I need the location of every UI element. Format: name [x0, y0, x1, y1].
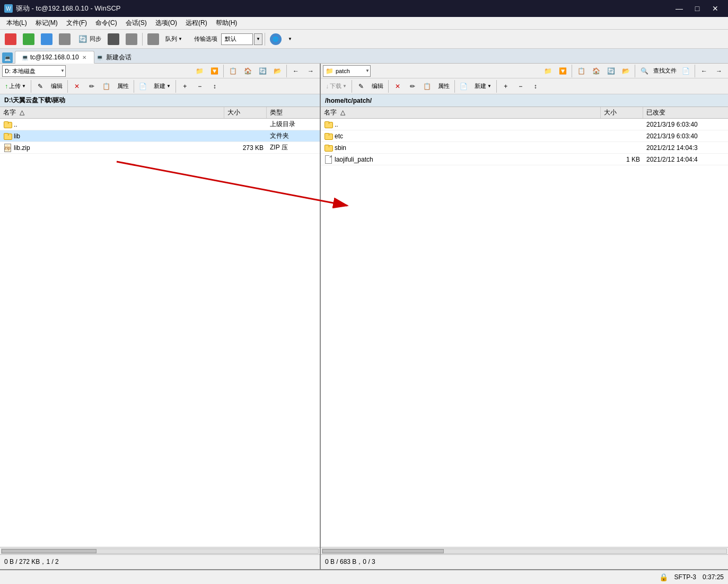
left-hscroll[interactable] — [0, 547, 320, 554]
tb-btn-7[interactable] — [145, 32, 162, 47]
left-new-button[interactable]: 新建 ▼ — [151, 79, 173, 94]
left-nav-refresh-icon[interactable]: 🔄 — [256, 65, 269, 77]
left-drive-select[interactable]: D: 本地磁盘 — [2, 65, 66, 77]
left-new-label: 新建 — [154, 82, 165, 90]
menu-help[interactable]: 帮助(H) — [212, 17, 242, 29]
menu-file[interactable]: 文件(F) — [62, 17, 91, 29]
left-edit-button[interactable]: 编辑 — [48, 79, 65, 94]
right-hscroll[interactable] — [321, 547, 728, 554]
default-value[interactable]: 默认 — [221, 33, 253, 45]
left-delete-icon[interactable]: ✕ — [70, 80, 84, 93]
right-nav-sep-2 — [635, 65, 635, 77]
right-download-button[interactable]: ↓ 下载 ▼ — [323, 79, 349, 94]
right-folder-combo[interactable]: 📁 patch — [323, 65, 371, 77]
left-file-list[interactable]: 名字 △ 大小 类型 .. 上级目录 — [0, 107, 320, 547]
right-nav-refresh-icon[interactable]: 🔄 — [604, 65, 618, 77]
menu-session[interactable]: 会话(S) — [121, 17, 151, 29]
right-nav-icon-btn[interactable]: 📄 — [679, 65, 692, 77]
menu-options[interactable]: 选项(O) — [151, 17, 181, 29]
right-nav-home-icon[interactable]: 🏠 — [589, 65, 603, 77]
sync-button[interactable]: 🔄 同步 — [74, 32, 104, 47]
queue-button[interactable]: 队列 ▼ — [163, 32, 185, 47]
tb-btn-6[interactable] — [123, 32, 140, 47]
right-props-button[interactable]: 属性 — [435, 79, 452, 94]
right-row-patch[interactable]: laojifuli_patch 1 KB 2021/2/12 14:04:4 — [321, 154, 728, 165]
tb-btn-4[interactable] — [56, 32, 73, 47]
tb-network-btn[interactable]: 🌐 — [267, 32, 284, 47]
transfer-default-combo[interactable]: 默认 ▼ — [221, 33, 262, 45]
menu-command[interactable]: 命令(C) — [91, 17, 121, 29]
right-edit-icon[interactable]: ✎ — [354, 80, 368, 93]
right-nav-back-icon[interactable]: ← — [697, 65, 711, 77]
right-col-name[interactable]: 名字 △ — [321, 107, 601, 118]
right-edit-button[interactable]: 编辑 — [369, 79, 386, 94]
tb-btn-1[interactable] — [2, 32, 19, 47]
right-nav-copy-icon[interactable]: 📋 — [574, 65, 588, 77]
tab-close-session[interactable]: ✕ — [81, 54, 87, 61]
right-minus-icon[interactable]: − — [514, 80, 528, 93]
right-transfer-icon[interactable]: ↕ — [529, 80, 542, 93]
left-nav-copy-icon[interactable]: 📋 — [226, 65, 240, 77]
right-delete-icon[interactable]: ✕ — [391, 80, 405, 93]
left-nav-folder-icon[interactable]: 📁 — [192, 65, 206, 77]
left-col-name[interactable]: 名字 △ — [0, 107, 224, 118]
left-col-type[interactable]: 类型 — [267, 107, 320, 118]
right-col-size[interactable]: 大小 — [601, 107, 643, 118]
right-col-date[interactable]: 已改变 — [643, 107, 728, 118]
transfer-options-button[interactable]: 传输选项 — [191, 32, 220, 47]
tb-btn-2[interactable] — [20, 32, 37, 47]
right-sep-2 — [388, 80, 389, 93]
left-file-name-lib: lib — [0, 131, 224, 141]
right-row-etc[interactable]: etc 2021/3/19 6:03:40 — [321, 130, 728, 142]
left-col-size[interactable]: 大小 — [224, 107, 267, 118]
left-props-button[interactable]: 属性 — [115, 79, 131, 94]
right-edit-label: 编辑 — [372, 82, 383, 90]
left-nav-filter-icon[interactable]: 🔽 — [207, 65, 221, 77]
tb-dropdown-btn[interactable]: ▼ — [285, 32, 295, 47]
left-file-header: 名字 △ 大小 类型 — [0, 107, 320, 119]
right-folder-arrow: ▼ — [365, 68, 370, 73]
left-edit-icon[interactable]: ✎ — [33, 80, 47, 93]
minimize-button[interactable]: — — [671, 1, 688, 16]
close-button[interactable]: ✕ — [707, 1, 724, 16]
menu-remote[interactable]: 远程(R) — [181, 17, 212, 29]
left-row-libzip[interactable]: zip lib.zip 273 KB ZIP 压 — [0, 142, 320, 154]
right-nav-filter-icon[interactable]: 🔽 — [556, 65, 569, 77]
right-copy-icon2[interactable]: 📋 — [420, 80, 434, 93]
left-rename-icon[interactable]: ✏ — [85, 80, 99, 93]
left-nav-parent-icon[interactable]: 📂 — [270, 65, 284, 77]
right-row-parent[interactable]: .. 2021/3/19 6:03:40 — [321, 119, 728, 130]
left-nav-home-icon[interactable]: 🏠 — [241, 65, 255, 77]
left-nav-back-icon[interactable]: ← — [289, 65, 303, 77]
tab-session[interactable]: 💻 tc@192.168.0.10 ✕ — [15, 51, 94, 64]
right-find-btn[interactable]: 🔍 — [637, 65, 651, 77]
left-new-icon[interactable]: 📄 — [136, 80, 150, 93]
left-plus-icon[interactable]: + — [178, 80, 192, 93]
left-copy-icon2[interactable]: 📋 — [100, 80, 113, 93]
toolbar-separator-1 — [142, 33, 143, 46]
left-nav-forward-icon[interactable]: → — [304, 65, 318, 77]
right-nav-folder-icon[interactable]: 📁 — [541, 65, 555, 77]
right-new-icon[interactable]: 📄 — [457, 80, 471, 93]
maximize-button[interactable]: □ — [689, 1, 706, 16]
right-file-list[interactable]: 名字 △ 大小 已改变 .. 2021/3/19 6:03:40 — [321, 107, 728, 547]
right-nav-parent-icon[interactable]: 📂 — [619, 65, 633, 77]
new-session-label[interactable]: 新建会话 — [104, 52, 134, 63]
right-nav-forward-icon[interactable]: → — [712, 65, 726, 77]
left-row-parent[interactable]: .. 上级目录 — [0, 119, 320, 130]
right-find-label[interactable]: 查找文件 — [652, 67, 678, 75]
left-transfer-icon[interactable]: ↕ — [208, 80, 222, 93]
right-rename-icon[interactable]: ✏ — [406, 80, 419, 93]
tb-btn-5[interactable] — [105, 32, 122, 47]
right-new-button[interactable]: 新建 ▼ — [472, 79, 494, 94]
menu-mark[interactable]: 标记(M) — [31, 17, 62, 29]
left-row-lib[interactable]: lib 文件夹 — [0, 130, 320, 142]
right-row-sbin[interactable]: sbin 2021/2/12 14:04:3 — [321, 142, 728, 154]
menu-local[interactable]: 本地(L) — [2, 17, 31, 29]
right-plus-icon[interactable]: + — [499, 80, 513, 93]
tb-btn-3[interactable] — [38, 32, 55, 47]
right-file-size-parent — [601, 124, 643, 125]
default-arrow[interactable]: ▼ — [254, 33, 262, 45]
left-upload-button[interactable]: ↑ 上传 ▼ — [2, 79, 29, 94]
left-minus-icon[interactable]: − — [193, 80, 207, 93]
